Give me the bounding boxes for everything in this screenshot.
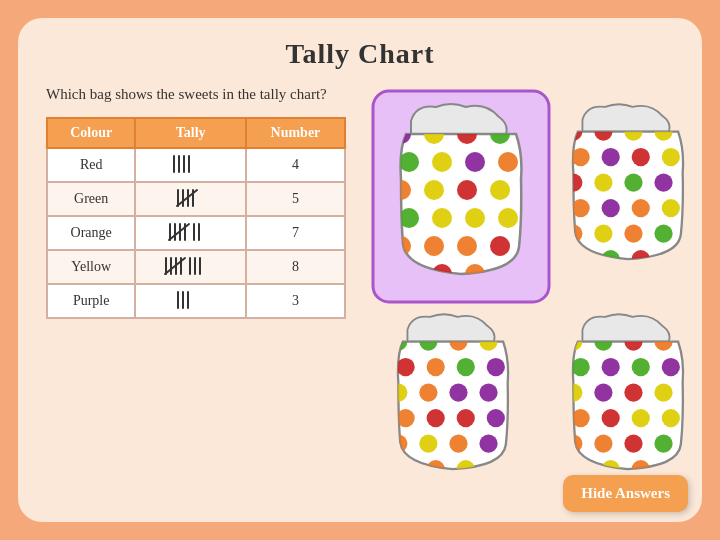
svg-point-101 bbox=[397, 460, 415, 478]
cell-colour: Red bbox=[47, 148, 135, 182]
svg-point-116 bbox=[662, 358, 680, 376]
svg-point-107 bbox=[449, 486, 467, 498]
svg-point-93 bbox=[397, 409, 415, 427]
page-title: Tally Chart bbox=[46, 38, 674, 70]
svg-point-102 bbox=[427, 460, 445, 478]
col-header-number: Number bbox=[246, 118, 345, 148]
svg-point-96 bbox=[487, 409, 505, 427]
svg-point-121 bbox=[572, 409, 590, 427]
svg-point-74 bbox=[654, 224, 672, 242]
svg-point-72 bbox=[594, 224, 612, 242]
svg-point-65 bbox=[624, 173, 642, 191]
svg-point-39 bbox=[490, 180, 510, 200]
svg-point-71 bbox=[564, 224, 582, 242]
main-card: Tally Chart Which bag shows the sweets i… bbox=[18, 18, 702, 522]
svg-point-61 bbox=[632, 148, 650, 166]
cell-number: 7 bbox=[246, 216, 345, 250]
svg-point-108 bbox=[479, 486, 497, 498]
svg-point-120 bbox=[654, 383, 672, 401]
svg-point-55 bbox=[564, 122, 582, 140]
svg-point-105 bbox=[389, 486, 407, 498]
svg-point-66 bbox=[654, 173, 672, 191]
svg-point-119 bbox=[624, 383, 642, 401]
svg-point-73 bbox=[624, 224, 642, 242]
hide-answers-button[interactable]: Hide Answers bbox=[563, 475, 688, 512]
svg-point-67 bbox=[572, 199, 590, 217]
svg-point-123 bbox=[632, 409, 650, 427]
cell-number: 8 bbox=[246, 250, 345, 284]
svg-point-32 bbox=[399, 152, 419, 172]
svg-point-97 bbox=[389, 434, 407, 452]
bag-3 bbox=[371, 299, 535, 502]
svg-point-85 bbox=[397, 358, 415, 376]
cell-colour: Orange bbox=[47, 216, 135, 250]
svg-point-99 bbox=[449, 434, 467, 452]
bag-4 bbox=[546, 299, 710, 502]
svg-point-114 bbox=[602, 358, 620, 376]
svg-point-90 bbox=[419, 383, 437, 401]
cell-number: 4 bbox=[246, 148, 345, 182]
left-panel: Which bag shows the sweets in the tally … bbox=[46, 84, 346, 493]
svg-point-37 bbox=[424, 180, 444, 200]
table-row: Yellow8 bbox=[47, 250, 345, 284]
cell-tally bbox=[135, 216, 245, 250]
svg-point-75 bbox=[572, 250, 590, 268]
svg-point-70 bbox=[662, 199, 680, 217]
svg-point-79 bbox=[564, 276, 582, 288]
svg-point-43 bbox=[498, 208, 518, 228]
content-area: Which bag shows the sweets in the tally … bbox=[46, 84, 674, 493]
svg-point-127 bbox=[624, 434, 642, 452]
svg-point-86 bbox=[427, 358, 445, 376]
cell-number: 3 bbox=[246, 284, 345, 318]
col-header-tally: Tally bbox=[135, 118, 245, 148]
svg-point-35 bbox=[498, 152, 518, 172]
svg-point-124 bbox=[662, 409, 680, 427]
svg-point-62 bbox=[662, 148, 680, 166]
svg-point-91 bbox=[449, 383, 467, 401]
svg-point-69 bbox=[632, 199, 650, 217]
svg-point-64 bbox=[594, 173, 612, 191]
svg-point-88 bbox=[487, 358, 505, 376]
svg-point-46 bbox=[457, 236, 477, 256]
cell-colour: Yellow bbox=[47, 250, 135, 284]
svg-point-125 bbox=[564, 434, 582, 452]
svg-point-76 bbox=[602, 250, 620, 268]
table-row: Purple3 bbox=[47, 284, 345, 318]
cell-colour: Purple bbox=[47, 284, 135, 318]
svg-point-128 bbox=[654, 434, 672, 452]
right-panel bbox=[366, 84, 674, 493]
cell-tally bbox=[135, 182, 245, 216]
svg-point-113 bbox=[572, 358, 590, 376]
svg-point-100 bbox=[479, 434, 497, 452]
svg-point-40 bbox=[399, 208, 419, 228]
table-row: Orange7 bbox=[47, 216, 345, 250]
svg-point-41 bbox=[432, 208, 452, 228]
question-text: Which bag shows the sweets in the tally … bbox=[46, 84, 346, 105]
cell-number: 5 bbox=[246, 182, 345, 216]
svg-point-92 bbox=[479, 383, 497, 401]
table-row: Red4 bbox=[47, 148, 345, 182]
svg-point-87 bbox=[457, 358, 475, 376]
svg-point-68 bbox=[602, 199, 620, 217]
cell-tally bbox=[135, 148, 245, 182]
cell-tally bbox=[135, 284, 245, 318]
svg-point-33 bbox=[432, 152, 452, 172]
tally-table: Colour Tally Number Red4Green5Orange7Yel… bbox=[46, 117, 346, 319]
svg-point-126 bbox=[594, 434, 612, 452]
svg-point-47 bbox=[490, 236, 510, 256]
svg-point-94 bbox=[427, 409, 445, 427]
cell-tally bbox=[135, 250, 245, 284]
svg-point-118 bbox=[594, 383, 612, 401]
svg-point-80 bbox=[594, 276, 612, 288]
svg-point-98 bbox=[419, 434, 437, 452]
col-header-colour: Colour bbox=[47, 118, 135, 148]
table-row: Green5 bbox=[47, 182, 345, 216]
cell-colour: Green bbox=[47, 182, 135, 216]
svg-point-45 bbox=[424, 236, 444, 256]
bag-2 bbox=[546, 89, 710, 292]
svg-point-106 bbox=[419, 486, 437, 498]
svg-point-122 bbox=[602, 409, 620, 427]
svg-point-60 bbox=[602, 148, 620, 166]
svg-point-34 bbox=[465, 152, 485, 172]
svg-point-42 bbox=[465, 208, 485, 228]
